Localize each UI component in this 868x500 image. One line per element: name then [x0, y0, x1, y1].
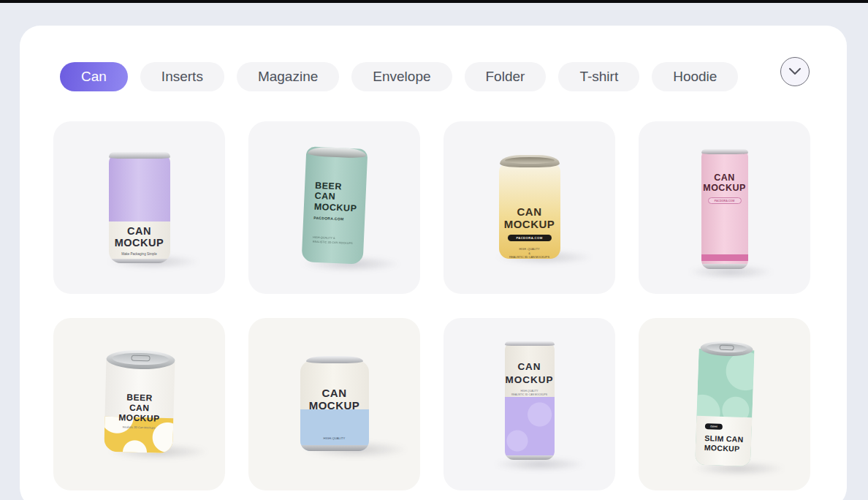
can-title: CAN MOCKUP: [701, 173, 748, 194]
can-title-line: CAN: [499, 206, 560, 219]
can-title-line: MOCKUP: [104, 412, 173, 425]
tab-envelope[interactable]: Envelope: [351, 62, 452, 91]
can-title: CAN MOCKUP: [499, 206, 560, 231]
can-body: BEER CAN MOCKUP Realistic 3D Can Mockups: [104, 360, 175, 453]
can-rim: [306, 356, 363, 363]
can-base: [701, 264, 748, 269]
tab-hoodie[interactable]: Hoodie: [652, 62, 738, 91]
can-title: BEER CAN MOCKUP: [104, 392, 174, 425]
can-title-line: MOCKUP: [109, 237, 170, 249]
can-color-area: [505, 397, 555, 455]
can-body: CAN MOCKUP PACDORA.COM HIGH -QUALITY & R…: [499, 164, 560, 259]
can-body: CAN MOCKUP Make Packaging Simple: [109, 152, 170, 263]
chevron-down-icon: [788, 67, 802, 76]
can-fine-print: HIGH -QUALITY & REALISTIC 3D CAN MOCKUPS: [499, 248, 560, 259]
can-base: [109, 259, 170, 263]
can-body: 250ml SLIM CAN MOCKUP: [695, 349, 755, 467]
top-bar: [0, 0, 868, 3]
fine-print-line: REALISTIC 3D CAN MOCKUPS: [499, 256, 560, 259]
can-base: [505, 455, 555, 460]
teal-beer-can-image: BEER CAN MOCKUP PACDORA.COM HIGH-QUALITY…: [301, 146, 368, 265]
can-size-badge: 250ml: [704, 423, 722, 430]
can-domain-text: PACDORA.COM: [313, 216, 343, 221]
can-body: CAN MOCKUP HIGH-QUALITY: [300, 360, 369, 451]
tab-inserts[interactable]: Inserts: [140, 62, 224, 91]
can-title: CAN MOCKUP: [505, 360, 555, 386]
can-subtitle: Make Packaging Simple: [109, 252, 170, 256]
can-rim: [701, 149, 748, 154]
can-rim: [109, 152, 170, 159]
can-title-line: CAN: [701, 173, 748, 183]
teal-slim-can-image: 250ml SLIM CAN MOCKUP: [695, 341, 755, 467]
tab-can[interactable]: Can: [60, 62, 128, 91]
can-title-line: CAN: [505, 360, 555, 374]
can-color-area: [109, 157, 170, 221]
can-title-line: MOCKUP: [300, 399, 369, 412]
can-title: CAN MOCKUP: [300, 387, 369, 412]
mockup-card-blue-stubby-can[interactable]: CAN MOCKUP HIGH-QUALITY: [248, 318, 420, 490]
can-body: CAN MOCKUP PACDORA.COM: [701, 149, 748, 269]
can-brand-badge: PACDORA.COM: [708, 197, 742, 204]
purple-can-image: CAN MOCKUP Make Packaging Simple: [109, 152, 170, 263]
mockup-card-yellow-can[interactable]: CAN MOCKUP PACDORA.COM HIGH -QUALITY & R…: [443, 121, 615, 294]
can-brand-badge: PACDORA.COM: [508, 235, 552, 241]
can-bottom-band: [701, 254, 748, 261]
can-label-area: 250ml SLIM CAN MOCKUP: [695, 416, 752, 466]
mockup-grid: CAN MOCKUP Make Packaging Simple BEER CA…: [53, 121, 810, 490]
mockup-card-lavender-slim-can[interactable]: CAN MOCKUP HIGH-QUALITY REALISTIC 3D CAN…: [443, 318, 615, 490]
can-fine-print: HIGH-QUALITY & REALISTIC 3D CAN MOCKUPS: [312, 236, 352, 246]
tab-magazine[interactable]: Magazine: [237, 62, 339, 91]
can-title-line: MOCKUP: [704, 443, 743, 453]
yellow-pattern-tin-image: BEER CAN MOCKUP Realistic 3D Can Mockups: [104, 349, 175, 453]
blue-stubby-can-image: CAN MOCKUP HIGH-QUALITY: [300, 356, 369, 451]
yellow-can-image: CAN MOCKUP PACDORA.COM HIGH -QUALITY & R…: [499, 155, 560, 259]
can-base: [300, 445, 369, 451]
can-body: BEER CAN MOCKUP PACDORA.COM HIGH-QUALITY…: [301, 146, 368, 265]
can-title-line: MOCKUP: [499, 219, 560, 231]
lavender-slim-can-image: CAN MOCKUP HIGH-QUALITY REALISTIC 3D CAN…: [505, 341, 555, 460]
can-title: CAN MOCKUP: [109, 225, 170, 249]
fine-print-line: REALISTIC 3D CAN MOCKUPS: [312, 240, 352, 246]
can-title-line: CAN: [109, 225, 170, 237]
can-title: SLIM CAN MOCKUP: [704, 433, 743, 453]
can-pull-tab: [719, 345, 734, 351]
mockup-card-teal-slim-can[interactable]: 250ml SLIM CAN MOCKUP: [639, 318, 810, 490]
expand-filters-button[interactable]: [780, 57, 810, 86]
can-title-line: MOCKUP: [701, 183, 748, 193]
can-pull-tab: [131, 355, 150, 362]
can-rim: [500, 155, 560, 167]
can-title-line: MOCKUP: [505, 374, 555, 387]
tab-tshirt[interactable]: T-shirt: [558, 62, 639, 91]
can-title-line: MOCKUP: [313, 202, 357, 214]
can-subtitle: HIGH-QUALITY: [300, 436, 369, 440]
mockup-card-teal-beer-can[interactable]: BEER CAN MOCKUP PACDORA.COM HIGH-QUALITY…: [248, 121, 420, 294]
can-body: CAN MOCKUP HIGH-QUALITY REALISTIC 3D CAN…: [505, 341, 555, 460]
pink-slim-can-image: CAN MOCKUP PACDORA.COM: [701, 149, 748, 269]
mockup-card-yellow-pattern-tin[interactable]: BEER CAN MOCKUP Realistic 3D Can Mockups: [53, 318, 225, 490]
can-rim: [505, 341, 555, 346]
can-title-line: CAN: [300, 387, 369, 399]
mockup-card-purple-can[interactable]: CAN MOCKUP Make Packaging Simple: [53, 121, 225, 294]
can-title: BEER CAN MOCKUP: [313, 181, 357, 214]
tab-folder[interactable]: Folder: [465, 62, 547, 91]
can-rim-inner: [505, 157, 555, 164]
filter-tabs: Can Inserts Magazine Envelope Folder T-s…: [60, 62, 738, 91]
mockup-gallery-panel: Can Inserts Magazine Envelope Folder T-s…: [20, 26, 847, 500]
mockup-card-pink-slim-can[interactable]: CAN MOCKUP PACDORA.COM: [639, 121, 810, 294]
